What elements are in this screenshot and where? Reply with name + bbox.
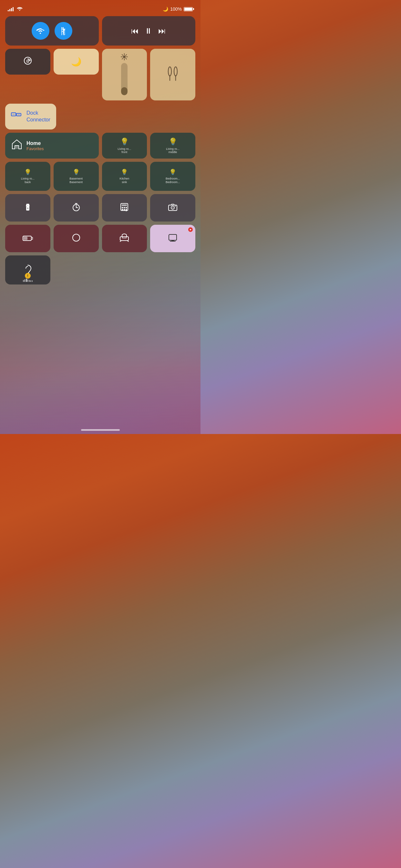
status-right: 🌙 100%: [163, 6, 193, 11]
pause-button[interactable]: ⏸: [145, 27, 152, 35]
svg-rect-21: [18, 114, 20, 115]
control-center: ⏮ ⏸ ⏭ 🌙: [0, 16, 201, 284]
svg-line-11: [126, 58, 127, 59]
svg-point-5: [123, 56, 126, 58]
svg-rect-29: [122, 205, 127, 206]
living-room-front-label: Living ro... front: [118, 147, 131, 154]
svg-point-1: [40, 33, 41, 34]
utils2-row: ▶: [5, 225, 195, 252]
svg-rect-33: [122, 209, 123, 210]
dock-connector-icon: [11, 111, 23, 122]
record-badge: ▶: [188, 227, 193, 232]
screen-record-button[interactable]: ▶: [150, 225, 195, 252]
low-power-button[interactable]: [5, 225, 50, 252]
svg-rect-31: [124, 207, 125, 208]
status-left: [8, 6, 23, 12]
airpods-icon: [165, 65, 181, 84]
hearing-button[interactable]: !: [5, 255, 50, 284]
home-favorites-button[interactable]: Home Favorites: [5, 133, 99, 159]
battery-icon: [184, 7, 193, 11]
wifi-status-icon: [17, 6, 23, 12]
svg-point-25: [27, 207, 28, 209]
fastforward-button[interactable]: ⏭: [158, 27, 166, 35]
do-not-disturb-button[interactable]: 🌙: [54, 49, 99, 74]
svg-rect-30: [122, 207, 123, 208]
kitchen-sink-button[interactable]: 💡 Kitchen sink: [102, 162, 147, 191]
moon-icon: 🌙: [163, 6, 168, 11]
mixed-area: 🌙: [5, 49, 195, 100]
bluetooth-button[interactable]: [55, 22, 72, 40]
living-room-back-label: Living ro... back: [21, 177, 35, 184]
screen-record-icon: [168, 233, 177, 244]
svg-rect-35: [126, 209, 127, 211]
light-icon-6: 💡: [169, 168, 176, 176]
hearing-warning-icon: !: [25, 273, 31, 279]
light-icon-2: 💡: [168, 137, 177, 146]
moon-tile-icon: 🌙: [71, 57, 81, 67]
brightness-button[interactable]: [102, 49, 147, 100]
low-power-icon: [23, 234, 33, 243]
light-icon-1: 💡: [120, 137, 129, 146]
svg-rect-47: [169, 235, 177, 240]
home-row: Home Favorites 💡 Living ro... front 💡 Li…: [5, 133, 195, 159]
svg-point-38: [172, 207, 174, 208]
camera-icon: [168, 203, 177, 213]
brightness-slider[interactable]: [104, 62, 145, 97]
dock-connector-button[interactable]: Dock Connector: [5, 104, 56, 129]
svg-rect-23: [16, 146, 18, 149]
svg-line-13: [122, 58, 123, 59]
svg-point-4: [27, 61, 28, 62]
svg-rect-19: [12, 114, 15, 115]
basement-label: Basement Basement: [69, 177, 83, 184]
living-room-front-button[interactable]: 💡 Living ro... front: [102, 133, 147, 159]
dark-mode-button[interactable]: [54, 225, 99, 252]
svg-point-0: [19, 10, 20, 11]
hearing-row: !: [5, 255, 195, 284]
calculator-icon: [120, 203, 128, 213]
basement-button[interactable]: 💡 Basement Basement: [54, 162, 99, 191]
svg-point-14: [168, 67, 172, 76]
brightness-icon: [121, 53, 128, 62]
svg-point-39: [175, 206, 176, 206]
flashlight-icon: [23, 203, 32, 213]
svg-rect-43: [120, 237, 128, 241]
wifi-button[interactable]: [32, 22, 50, 40]
svg-rect-32: [126, 207, 127, 208]
home-title: Home: [27, 141, 43, 146]
utils-row: [5, 194, 195, 221]
home-indicator[interactable]: [81, 429, 120, 431]
record-wave-icon: ▶: [190, 228, 191, 231]
living-room-back-button[interactable]: 💡 Living ro... back: [5, 162, 50, 191]
media-panel: ⏮ ⏸ ⏭: [102, 16, 196, 45]
hearing-bars: [23, 279, 33, 282]
bedroom-label: Bedroom... Bedroom...: [166, 177, 180, 184]
portrait-lock-icon: [23, 56, 33, 67]
sleep-icon: [120, 234, 129, 244]
connectivity-panel: [5, 16, 99, 45]
portrait-lock-button[interactable]: [5, 49, 50, 74]
airpods-button[interactable]: [150, 49, 195, 100]
bedroom-button[interactable]: 💡 Bedroom... Bedroom...: [150, 162, 195, 191]
top-row: ⏮ ⏸ ⏭: [5, 16, 195, 45]
sleep-button[interactable]: [102, 225, 147, 252]
living-room-middle-label: Living ro... middle: [166, 147, 180, 154]
light-icon-5: 💡: [121, 168, 128, 176]
lights-row: 💡 Living ro... back 💡 Basement Basement …: [5, 162, 195, 191]
svg-point-42: [73, 234, 80, 241]
svg-rect-34: [124, 209, 125, 210]
svg-point-16: [174, 67, 177, 76]
living-room-middle-button[interactable]: 💡 Living ro... middle: [150, 133, 195, 159]
battery-percent: 100%: [170, 6, 182, 11]
home-text: Home Favorites: [27, 141, 43, 151]
timer-icon: [72, 203, 81, 213]
timer-button[interactable]: [54, 194, 99, 221]
rewind-button[interactable]: ⏮: [131, 27, 139, 35]
signal-bars-icon: [8, 7, 13, 11]
svg-rect-41: [24, 237, 27, 240]
calculator-button[interactable]: [102, 194, 147, 221]
camera-button[interactable]: [150, 194, 195, 221]
home-icon: [11, 138, 23, 153]
flashlight-button[interactable]: [5, 194, 50, 221]
svg-rect-44: [122, 237, 126, 238]
svg-point-2: [24, 57, 31, 64]
